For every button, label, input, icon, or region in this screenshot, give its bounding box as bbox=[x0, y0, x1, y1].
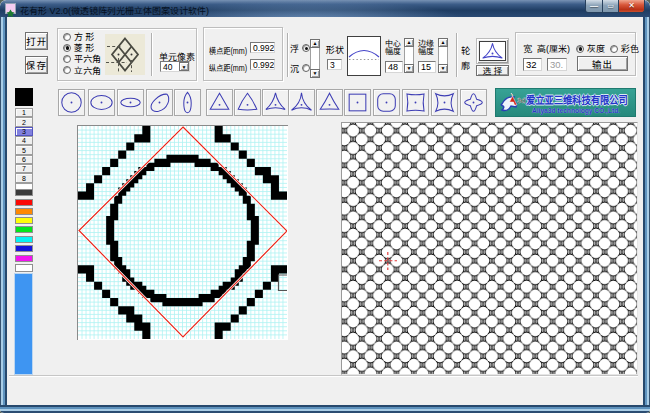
width-label: 宽 bbox=[523, 42, 532, 55]
layer-cell-2[interactable]: 2 bbox=[15, 117, 33, 126]
current-color-swatch[interactable] bbox=[15, 88, 33, 106]
minimize-button[interactable]: — bbox=[585, 0, 603, 13]
maximize-icon: ▭ bbox=[603, 0, 618, 12]
layer-cell-5[interactable]: 5 bbox=[15, 145, 33, 154]
color-swatch-green[interactable] bbox=[15, 226, 33, 233]
close-button[interactable]: ✕ bbox=[618, 0, 645, 13]
contour-label: 轮廓 bbox=[461, 44, 470, 74]
shape-button-pillow-sharp[interactable] bbox=[431, 89, 458, 116]
edge-amplitude-field[interactable]: 15 bbox=[418, 61, 436, 73]
open-button[interactable]: 打开 bbox=[25, 32, 48, 50]
egg-tilted-icon bbox=[147, 90, 172, 115]
layer-cell-8[interactable]: 8 bbox=[15, 173, 33, 182]
shape-button-tri-star-sharp[interactable] bbox=[288, 89, 315, 116]
preview-pattern-svg bbox=[342, 123, 637, 374]
float-sink-radio-group: 浮沉 bbox=[290, 38, 310, 78]
shape-count-field[interactable]: 3 bbox=[327, 59, 342, 70]
shape-button-square[interactable] bbox=[344, 89, 371, 116]
h-pitch-value: 0.992 bbox=[253, 43, 274, 53]
triangle-icon bbox=[207, 90, 232, 115]
color-mode-option-0-label: 灰度 bbox=[587, 42, 605, 55]
edge-amplitude-label-line2: 幅度 bbox=[418, 48, 434, 56]
spin-up-icon[interactable]: ▲ bbox=[404, 38, 414, 47]
save-button[interactable]: 保存 bbox=[25, 56, 48, 74]
color-mode-option-1[interactable]: 彩色 bbox=[610, 42, 639, 55]
unit-pixel-combobox[interactable]: 40 ▼ bbox=[160, 61, 190, 72]
current-color-bar bbox=[14, 273, 33, 375]
color-swatch-dark-gray[interactable] bbox=[15, 189, 33, 196]
tiled-pattern-preview[interactable] bbox=[341, 122, 638, 375]
color-swatch-white[interactable] bbox=[15, 264, 33, 272]
color-swatch-blue[interactable] bbox=[15, 245, 33, 252]
layer-cell-7[interactable]: 7 bbox=[15, 164, 33, 173]
layer-cell-4[interactable]: 4 bbox=[15, 136, 33, 145]
float-sink-option-1[interactable]: 沉 bbox=[290, 58, 310, 78]
layer-cell-6[interactable]: 6 bbox=[15, 155, 33, 164]
radio-dot-icon bbox=[63, 55, 71, 63]
svg-text:3d: 3d bbox=[517, 97, 525, 104]
color-swatch-orange[interactable] bbox=[15, 208, 33, 215]
lattice-option-3[interactable]: 立六角 bbox=[63, 65, 101, 76]
arc-profile-icon bbox=[347, 36, 381, 76]
output-height-field[interactable]: 30. bbox=[547, 58, 567, 71]
color-swatch-red[interactable] bbox=[15, 199, 33, 206]
color-mode-option-0[interactable]: 灰度 bbox=[576, 42, 605, 55]
color-mode-option-1-label: 彩色 bbox=[621, 42, 639, 55]
center-amplitude-spinner[interactable]: ▲ ▼ bbox=[404, 38, 414, 73]
ellipse-flat-icon bbox=[118, 90, 143, 115]
square-rounded-icon bbox=[374, 90, 399, 115]
maximize-button[interactable]: ▭ bbox=[603, 0, 618, 13]
float-sink-scrollbar[interactable]: ▲ ▼ bbox=[310, 39, 320, 78]
scroll-up-icon[interactable]: ▲ bbox=[310, 39, 320, 48]
center-amplitude-field[interactable]: 48 bbox=[385, 61, 403, 73]
edge-amplitude-spinner[interactable]: ▲ ▼ bbox=[438, 38, 448, 73]
h-pitch-field[interactable]: 0.992 bbox=[250, 42, 275, 53]
clover-icon bbox=[461, 90, 486, 115]
shape-button-clover[interactable] bbox=[460, 89, 487, 116]
shape-button-square-rounded[interactable] bbox=[373, 89, 400, 116]
height-label: 高(厘米) bbox=[537, 42, 570, 55]
spinner-track bbox=[438, 47, 448, 64]
layer-cell-1[interactable]: 1 bbox=[15, 108, 33, 117]
h-pitch-label: 横点距(mm) bbox=[209, 44, 247, 56]
scrollbar-track[interactable] bbox=[310, 48, 320, 69]
v-pitch-field[interactable]: 0.992 bbox=[250, 59, 275, 70]
shape-button-triangle-rounded[interactable] bbox=[234, 89, 261, 116]
triangle-bell-icon bbox=[317, 90, 342, 115]
shape-button-egg-vertical[interactable] bbox=[174, 89, 201, 116]
shape-button-egg-tilted[interactable] bbox=[146, 89, 173, 116]
output-width-field[interactable]: 32 bbox=[523, 58, 542, 71]
scroll-down-icon[interactable]: ▼ bbox=[310, 69, 320, 78]
shape-button-circle[interactable] bbox=[58, 89, 85, 116]
float-sink-option-0[interactable]: 浮 bbox=[290, 38, 310, 58]
color-swatch-cyan[interactable] bbox=[15, 236, 33, 243]
tri-star-sharp-icon bbox=[289, 90, 314, 115]
groupbox-separator bbox=[151, 33, 153, 76]
shape-button-pillow-mild[interactable] bbox=[402, 89, 429, 116]
diamond-lattice-icon bbox=[105, 34, 145, 75]
shape-button-triangle[interactable] bbox=[206, 89, 233, 116]
shape-button-ellipse-wide[interactable] bbox=[88, 89, 115, 116]
layer-cell-3[interactable]: 3 bbox=[15, 127, 33, 136]
float-sink-option-1-label: 沉 bbox=[290, 62, 299, 75]
contour-select-button[interactable]: 选 择 bbox=[476, 65, 509, 76]
shape-button-tri-star-mild[interactable] bbox=[262, 89, 289, 116]
color-swatch-magenta[interactable] bbox=[15, 255, 33, 262]
shape-button-triangle-bell[interactable] bbox=[316, 89, 343, 116]
radio-dot-icon bbox=[63, 33, 71, 41]
spin-down-icon[interactable]: ▼ bbox=[438, 64, 448, 73]
shape-button-ellipse-flat[interactable] bbox=[117, 89, 144, 116]
editor-canvas-svg bbox=[78, 126, 287, 339]
spin-up-icon[interactable]: ▲ bbox=[438, 38, 448, 47]
output-button[interactable]: 输出 bbox=[577, 56, 628, 71]
unit-cell-pixel-editor[interactable] bbox=[77, 125, 288, 340]
contour-label-char: 轮 bbox=[461, 44, 470, 59]
spin-down-icon[interactable]: ▼ bbox=[404, 64, 414, 73]
window-border-right bbox=[643, 17, 650, 405]
combo-dropdown-icon[interactable]: ▼ bbox=[179, 62, 189, 71]
color-swatch-yellow[interactable] bbox=[15, 217, 33, 224]
window-controls: — ▭ ✕ bbox=[585, 0, 645, 13]
edge-amplitude-value: 15 bbox=[421, 62, 431, 72]
title-bar[interactable]: 花有形 V2.0(微透镜阵列光栅立体图案设计软件) — ▭ ✕ bbox=[0, 0, 650, 17]
shape-count-value: 3 bbox=[330, 60, 335, 70]
